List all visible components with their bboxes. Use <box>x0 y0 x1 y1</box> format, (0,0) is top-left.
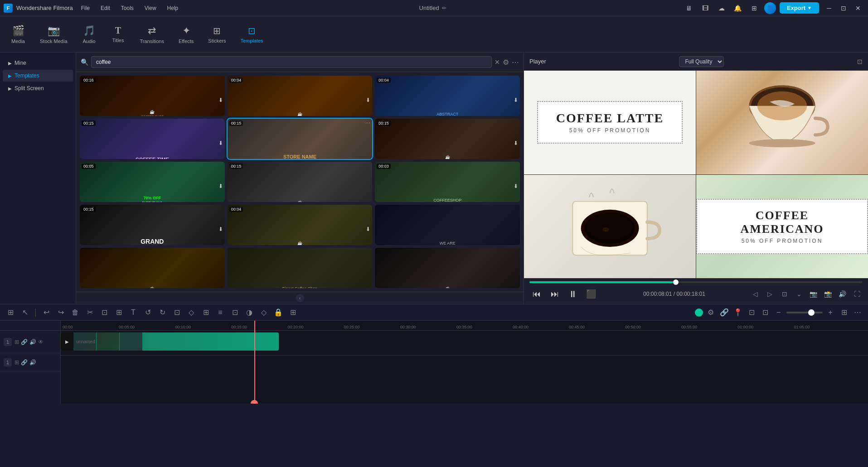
rotate-right-button[interactable]: ↻ <box>156 307 168 318</box>
template-minimalist2[interactable]: ☕Finest Coffee 00:04 ⬇ Minimalist Coffee… <box>228 205 373 245</box>
playhead[interactable]: ✂ <box>254 321 255 404</box>
tool-effects[interactable]: ✦ Effects <box>172 21 200 48</box>
export-dropdown-icon[interactable]: ▼ <box>807 5 812 10</box>
sidebar-item-mine[interactable]: ▶ Mine <box>3 57 73 69</box>
minimize-button[interactable]: ─ <box>823 2 835 14</box>
next-frame-icon[interactable]: ▷ <box>765 289 776 299</box>
scroll-up-button[interactable]: ‹ <box>296 294 304 302</box>
search-input[interactable] <box>91 56 492 68</box>
record-button[interactable] <box>695 308 703 317</box>
undo-button[interactable]: ↩ <box>40 307 52 318</box>
download-icon[interactable]: ⬇ <box>218 226 223 232</box>
volume-icon[interactable]: 🔊 <box>837 289 848 299</box>
aspect-ratio-icon[interactable]: ⊡ <box>857 58 863 65</box>
screenshot-icon[interactable]: 📷 <box>808 289 819 299</box>
tool-stock[interactable]: 📷 Stock Media <box>34 21 74 48</box>
adjust-button[interactable]: ⊞ <box>200 307 212 318</box>
split-audio-button[interactable]: ⊞ <box>113 307 125 318</box>
rewind-button[interactable]: ⏮ <box>529 287 544 301</box>
detach-audio-button[interactable]: ⊡ <box>229 307 241 318</box>
stop-button[interactable]: ⬛ <box>584 287 598 301</box>
menu-view[interactable]: View <box>140 3 161 13</box>
template-cs02[interactable]: ☕COFFEE SHOP 00:04 ⬇ Coffee Shop Coming … <box>228 76 373 116</box>
template-hot-coffee[interactable]: STORE NAMEEst. 2021 ⋯ ☆ + 00:15 Hot Coff… <box>228 119 373 159</box>
close-button[interactable]: ✕ <box>852 2 864 14</box>
diamond-button[interactable]: ◇ <box>185 307 197 318</box>
audio-mix-button[interactable]: ≡ <box>214 307 226 318</box>
lock-button[interactable]: 🔒 <box>272 307 284 318</box>
film-icon[interactable]: 🎞 <box>699 2 712 14</box>
prev-frame-icon[interactable]: ◁ <box>750 289 761 299</box>
progress-thumb[interactable] <box>673 279 679 285</box>
chevron-down-icon[interactable]: ⌄ <box>794 289 805 299</box>
download-icon[interactable]: ⬇ <box>514 183 518 189</box>
template-cs01[interactable]: ☕COFFEE SHOPCOMING SOON 00:16 ⬇ Coffee S… <box>80 76 225 116</box>
template-new-arrival1[interactable]: ☕ 00:15 New Coffee Arrival 02 <box>228 162 373 202</box>
template-monday[interactable]: 70% OFFEVERYTHINGCOFFEE 00:05 ⬇ Monday S… <box>80 162 225 202</box>
template-new-arrival2[interactable]: WE AREREADY TO SERVE YOU New Coffee Arri… <box>375 205 520 245</box>
color-button[interactable]: ◑ <box>243 307 255 318</box>
progress-bar[interactable] <box>529 281 863 283</box>
download-icon[interactable]: ⬇ <box>366 226 370 232</box>
split-track-button[interactable]: ⊡ <box>746 307 757 318</box>
zoom-slider[interactable] <box>786 312 823 313</box>
template-minimalist[interactable]: ☕MINIMALIST 00:15 ⬇ Minimalist Coffee Sh… <box>375 119 520 159</box>
tool-transitions[interactable]: ⇄ Transitions <box>134 21 170 48</box>
export-button[interactable]: Export ▼ <box>780 2 819 14</box>
settings-icon[interactable]: ⚙ <box>705 307 717 318</box>
add-track-button[interactable]: ⊞ <box>5 307 16 318</box>
tool-media[interactable]: 🎬 Media <box>5 21 32 48</box>
step-forward-button[interactable]: ⏭ <box>548 287 562 301</box>
menu-tools[interactable]: Tools <box>116 3 138 13</box>
download-icon[interactable]: ⬇ <box>514 140 518 146</box>
download-icon[interactable]: ⬇ <box>218 183 223 189</box>
template-abstract[interactable]: ABSTRACTCOFFEE PROMO 00:04 ⬇ Abstract Co… <box>375 76 520 116</box>
fit-timeline-button[interactable]: ⊞ <box>838 307 850 318</box>
quality-select[interactable]: Full Quality <box>679 56 724 67</box>
track-eye-icon[interactable]: 👁 <box>38 339 44 345</box>
tool-stickers[interactable]: ⊞ Stickers <box>202 22 232 47</box>
track2-link-icon[interactable]: 🔗 <box>21 359 28 366</box>
tool-templates[interactable]: ⊡ Templates <box>234 22 269 47</box>
picture-in-picture-button[interactable]: ⊡ <box>759 307 771 318</box>
bell-icon[interactable]: 🔔 <box>732 2 744 14</box>
redo-button[interactable]: ↪ <box>55 307 67 318</box>
monitor-icon[interactable]: 🖥 <box>683 2 695 14</box>
search-filter-icon[interactable]: ⚙ <box>503 58 509 67</box>
sidebar-item-split-screen[interactable]: ▶ Split Screen <box>3 82 73 94</box>
track2-add-icon[interactable]: ⊞ <box>15 359 19 366</box>
video-clip[interactable]: ▶ unnamed <box>61 332 279 351</box>
menu-edit[interactable]: Edit <box>96 3 115 13</box>
cloud-icon[interactable]: ☁ <box>715 2 728 14</box>
template-cafe-promo2[interactable]: COFFEE TIME 00:15 ⬇ Cafe Store Promo 02 <box>80 119 225 159</box>
grid-icon[interactable]: ⊞ <box>748 2 761 14</box>
template-grand-opening[interactable]: GRANDOPENING 00:15 ⬇ Cafe Store Promo 01 <box>80 205 225 245</box>
pause-button[interactable]: ⏸ <box>566 287 580 301</box>
scale-button[interactable]: ⊡ <box>171 307 183 318</box>
download-icon[interactable]: ⬇ <box>366 97 370 103</box>
more-options-button[interactable]: ⋯ <box>852 307 863 318</box>
download-icon[interactable]: ⬇ <box>218 97 223 103</box>
search-more-icon[interactable]: ⋯ <box>512 58 519 67</box>
download-icon[interactable]: ⬇ <box>514 97 518 103</box>
snapshot-icon[interactable]: 📸 <box>823 289 834 299</box>
track-volume-icon[interactable]: 🔊 <box>29 339 36 345</box>
track2-volume-icon[interactable]: 🔊 <box>29 359 36 366</box>
fullscreen-icon[interactable]: ⛶ <box>852 289 863 299</box>
menu-help[interactable]: Help <box>163 3 183 13</box>
cut-button[interactable]: ✂ <box>84 307 96 318</box>
more-button[interactable]: ⊞ <box>287 307 299 318</box>
keyframe-button[interactable]: ◇ <box>258 307 270 318</box>
tool-titles[interactable]: T Titles <box>105 22 132 47</box>
download-icon[interactable]: ⬇ <box>218 140 223 146</box>
sidebar-item-templates[interactable]: ▶ Templates <box>3 70 73 82</box>
tool-audio[interactable]: 🎵 Audio <box>76 21 103 48</box>
delete-button[interactable]: 🗑 <box>69 307 81 318</box>
marker-icon[interactable]: 📍 <box>732 307 744 318</box>
zoom-out-button[interactable]: − <box>773 307 785 318</box>
track-add-icon[interactable]: ⊞ <box>15 339 19 345</box>
crop-icon[interactable]: ⊡ <box>779 289 790 299</box>
crop-tool-button[interactable]: ⊡ <box>98 307 110 318</box>
template-scroll1[interactable]: ☕ <box>80 248 225 288</box>
menu-file[interactable]: File <box>77 3 94 13</box>
